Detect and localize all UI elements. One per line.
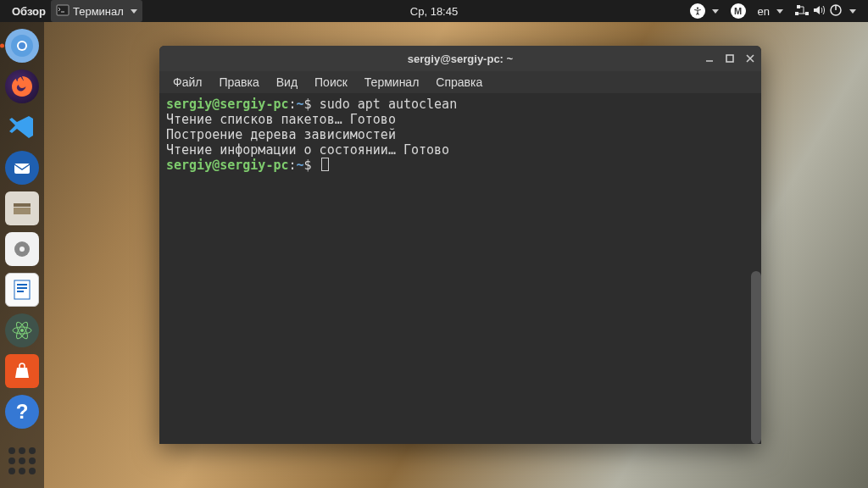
svg-rect-14: [14, 280, 30, 299]
menu-edit[interactable]: Правка: [210, 74, 267, 91]
svg-rect-22: [726, 55, 733, 62]
running-indicator: [0, 44, 4, 48]
menu-help[interactable]: Справка: [427, 74, 491, 91]
mega-indicator[interactable]: M: [726, 3, 751, 19]
disks-icon: [5, 232, 39, 266]
svg-point-8: [19, 42, 25, 49]
terminal-window: sergiy@sergiy-pc: ~ Файл Правка Вид Поис…: [159, 46, 761, 444]
atom-icon: [5, 313, 39, 347]
prompt-path: ~: [297, 158, 304, 173]
prompt-sep: :: [289, 97, 297, 112]
svg-rect-9: [14, 164, 30, 174]
chromium-icon: [5, 29, 39, 63]
volume-icon: [812, 3, 826, 19]
window-title: sergiy@sergiy-pc: ~: [408, 53, 513, 65]
mega-icon: M: [731, 3, 746, 19]
vscode-icon: [5, 110, 39, 144]
cursor: [321, 158, 329, 171]
chevron-down-icon: [712, 9, 719, 14]
svg-rect-10: [14, 203, 31, 207]
terminal-icon: [56, 3, 70, 19]
accessibility-icon: [690, 3, 705, 19]
menu-search[interactable]: Поиск: [306, 74, 356, 91]
system-menu[interactable]: [790, 3, 861, 19]
prompt-user-host: sergiy@sergiy-pc: [166, 158, 289, 173]
output-line: Построение дерева зависимостей: [166, 127, 396, 142]
firefox-icon: [5, 69, 39, 103]
prompt-sep: :: [289, 158, 297, 173]
terminal-viewport[interactable]: sergiy@sergiy-pc:~$ sudo apt autoclean Ч…: [159, 93, 761, 444]
files-icon: [5, 191, 39, 225]
input-source-label: en: [758, 5, 770, 18]
prompt-symbol: $: [304, 97, 312, 112]
dock-item-software[interactable]: [3, 352, 41, 390]
active-app-menu[interactable]: Терминал: [51, 0, 142, 22]
prompt-path: ~: [297, 97, 304, 112]
dock-item-help[interactable]: ?: [3, 393, 41, 430]
close-button[interactable]: [744, 53, 756, 64]
dock-item-files[interactable]: [3, 190, 41, 227]
svg-point-21: [20, 329, 24, 332]
menu-file[interactable]: Файл: [164, 74, 210, 91]
activities-button[interactable]: Обзор: [7, 0, 51, 22]
maximize-button[interactable]: [724, 53, 736, 64]
chevron-down-icon: [776, 9, 783, 14]
apps-grid-icon: [8, 447, 36, 474]
chevron-down-icon: [131, 9, 137, 14]
prompt-user-host: sergiy@sergiy-pc: [166, 97, 289, 112]
menu-view[interactable]: Вид: [268, 74, 306, 91]
clock-button[interactable]: Ср, 18:45: [405, 0, 463, 22]
dock-item-chromium[interactable]: [3, 27, 41, 64]
svg-rect-17: [17, 291, 24, 292]
active-app-label: Терминал: [73, 5, 124, 18]
dock-item-atom[interactable]: [3, 312, 41, 349]
chevron-down-icon: [849, 9, 856, 14]
svg-rect-16: [17, 287, 27, 289]
command-text: sudo apt autoclean: [320, 97, 458, 112]
svg-rect-11: [14, 208, 31, 214]
show-apps-button[interactable]: [3, 446, 41, 483]
dock: ?: [0, 22, 44, 488]
thunderbird-icon: [5, 151, 39, 185]
dock-item-firefox[interactable]: [3, 68, 41, 105]
writer-icon: [5, 273, 39, 307]
network-icon: [795, 3, 809, 19]
menubar: Файл Правка Вид Поиск Терминал Справка: [159, 71, 761, 93]
svg-rect-0: [57, 5, 69, 15]
svg-rect-4: [805, 12, 809, 15]
dock-item-thunderbird[interactable]: [3, 149, 41, 186]
output-line: Чтение списков пакетов… Готово: [166, 112, 396, 127]
svg-point-13: [19, 247, 25, 252]
svg-rect-15: [17, 284, 27, 286]
top-bar: Обзор Терминал Ср, 18:45 M en: [0, 0, 868, 22]
minimize-button[interactable]: [704, 53, 715, 64]
dock-item-writer[interactable]: [3, 271, 41, 308]
output-line: Чтение информации о состоянии… Готово: [166, 142, 449, 158]
window-controls: [704, 53, 756, 64]
prompt-symbol: $: [304, 158, 312, 173]
input-source-menu[interactable]: en: [753, 5, 788, 18]
svg-point-1: [696, 8, 698, 9]
titlebar[interactable]: sergiy@sergiy-pc: ~: [159, 46, 761, 71]
menu-terminal[interactable]: Терминал: [356, 74, 427, 91]
power-icon: [829, 3, 843, 19]
dock-item-disks[interactable]: [3, 230, 41, 268]
accessibility-menu[interactable]: [685, 3, 724, 19]
software-icon: [5, 354, 39, 388]
dock-item-vscode[interactable]: [3, 108, 41, 146]
svg-rect-3: [795, 12, 798, 15]
help-icon: ?: [5, 395, 39, 429]
scrollbar[interactable]: [751, 271, 761, 444]
